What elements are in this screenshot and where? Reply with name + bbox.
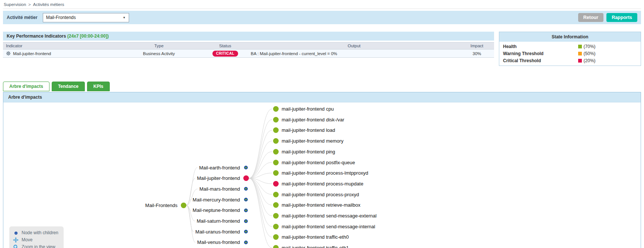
tab-arbre-d-impacts[interactable]: Arbre d'impacts bbox=[3, 82, 49, 91]
activity-select[interactable]: Mail-Frontends ▼ bbox=[43, 13, 129, 22]
tree-node-label: mail-jupiter-frontend disk-/var bbox=[282, 117, 344, 123]
tree-node-label: Mail-mars-frontend bbox=[199, 186, 240, 192]
breadcrumb-item-activites-metiers[interactable]: Activités métiers bbox=[33, 2, 64, 7]
node-with-children-dot bbox=[243, 185, 249, 192]
breadcrumb: Supervision>Activités métiers bbox=[3, 0, 641, 9]
node-dot-ok bbox=[272, 245, 279, 248]
tree-legend: Node with childrenMoveZoom in the view bbox=[9, 226, 64, 248]
tree-node-mail-jupiter-frontend-cpu[interactable]: mail-jupiter-frontend cpu bbox=[272, 106, 334, 112]
node-dot-ok bbox=[272, 159, 279, 166]
node-dot-critical bbox=[243, 175, 249, 182]
tree-node-mail-jupiter-frontend-disk-var[interactable]: mail-jupiter-frontend disk-/var bbox=[272, 116, 344, 123]
tree-node-label: mail-jupiter-frontend load bbox=[282, 127, 335, 133]
node-dot-ok bbox=[272, 138, 279, 144]
node-dot-ok bbox=[272, 234, 279, 241]
tree-node-mail-earth-frontend[interactable]: Mail-earth-frontend bbox=[199, 164, 249, 171]
kpi-title-text: Key Performance Indicators bbox=[7, 34, 66, 39]
tree-node-mail-saturn-frontend[interactable]: Mail-saturn-frontend bbox=[197, 218, 249, 225]
state-label: Warning Threshold bbox=[503, 51, 578, 56]
tree-node-mail-jupiter-frontend-send-message-external[interactable]: mail-jupiter-frontend send-message-exter… bbox=[272, 213, 377, 219]
legend-label: Zoom in the view bbox=[22, 244, 55, 248]
tree-node-label: Mail-uranus-frontend bbox=[195, 229, 240, 235]
node-with-children-icon bbox=[13, 232, 19, 235]
page: Supervision>Activités métiers Activité m… bbox=[3, 0, 641, 248]
move-icon bbox=[13, 237, 19, 243]
kpi-output: BA : Mail-jupiter-frontend - current_lev… bbox=[249, 50, 460, 58]
zoom-icon bbox=[13, 244, 19, 248]
node-with-children-dot bbox=[243, 196, 249, 203]
state-percent: (20%) bbox=[584, 58, 596, 63]
breadcrumb-separator: > bbox=[28, 2, 31, 7]
kpi-impact: 30% bbox=[460, 50, 494, 58]
state-information-panel: State Information Health(70%)Warning Thr… bbox=[499, 32, 641, 66]
retour-button[interactable]: Retour bbox=[578, 13, 603, 22]
activity-label: Activité métier bbox=[7, 15, 38, 20]
state-value: (20%) bbox=[578, 58, 596, 63]
tree-node-mail-jupiter-frontend-memory[interactable]: mail-jupiter-frontend memory bbox=[272, 138, 343, 144]
tree-node-mail-jupiter-frontend-traffic-eth1[interactable]: mail-jupiter-frontend traffic-eth1 bbox=[272, 245, 349, 248]
toolbar-buttons: Retour Rapports bbox=[578, 13, 637, 22]
kpi-row: Mail-jupiter-frontendBusiness ActivityCR… bbox=[3, 50, 494, 58]
tree-node-label: mail-jupiter-frontend traffic-eth1 bbox=[282, 245, 349, 248]
breadcrumb-item-supervision[interactable]: Supervision bbox=[4, 2, 26, 7]
tree-node-label: mail-jupiter-frontend send-message-inter… bbox=[282, 224, 375, 229]
kpi-column-indicator: Indicator bbox=[3, 42, 116, 50]
node-dot-ok bbox=[272, 106, 279, 112]
tree-node-label: mail-jupiter-frontend send-message-exter… bbox=[282, 213, 377, 219]
tree-node-mail-neptune-frontend[interactable]: Mail-neptune-frontend bbox=[193, 207, 249, 214]
tree-node-label: Mail-earth-frontend bbox=[199, 165, 240, 171]
tree-node-label: Mail-neptune-frontend bbox=[193, 207, 240, 213]
main-row: Key Performance Indicators (24x7 [00:00-… bbox=[3, 32, 641, 66]
tree-node-mail-mars-frontend[interactable]: Mail-mars-frontend bbox=[199, 185, 249, 192]
state-row-warning-threshold: Warning Threshold(50%) bbox=[499, 50, 641, 57]
tree-node-label: mail-jupiter-frontend memory bbox=[282, 138, 343, 144]
node-dot-ok bbox=[272, 127, 279, 134]
node-with-children-dot bbox=[243, 228, 249, 235]
tree-node-mail-jupiter-frontend[interactable]: Mail-jupiter-frontend bbox=[197, 175, 249, 182]
tree-node-label: Mail-Frontends bbox=[145, 203, 177, 208]
kpi-indicator-link[interactable]: Mail-jupiter-frontend bbox=[13, 51, 51, 56]
tree-node-mail-venus-frontend[interactable]: Mail-venus-frontend bbox=[197, 239, 249, 246]
state-value: (70%) bbox=[578, 44, 596, 49]
kpi-title: Key Performance Indicators (24x7 [00:00-… bbox=[3, 32, 494, 41]
tree-node-label: Mail-jupiter-frontend bbox=[197, 175, 240, 181]
legend-item-zoom-in-the-view: Zoom in the view bbox=[13, 244, 58, 248]
node-with-children-dot bbox=[243, 218, 249, 225]
tree-node-mail-jupiter-frontend-ping[interactable]: mail-jupiter-frontend ping bbox=[272, 148, 335, 155]
kpi-schedule: (24x7 [00:00-24:00]) bbox=[67, 34, 109, 39]
tree-node-label: mail-jupiter-frontend process-proxyd bbox=[282, 192, 359, 197]
tree-node-mail-jupiter-frontend-load[interactable]: mail-jupiter-frontend load bbox=[272, 127, 335, 134]
tree-node-mail-jupiter-frontend-postfix-queue[interactable]: mail-jupiter-frontend postfix-queue bbox=[272, 159, 355, 166]
node-dot-ok bbox=[272, 213, 279, 219]
node-dot-ok bbox=[272, 170, 279, 177]
toolbar: Activité métier Mail-Frontends ▼ Retour … bbox=[3, 11, 641, 24]
tree-node-mail-frontends[interactable]: Mail-Frontends bbox=[145, 202, 187, 209]
legend-item-move: Move bbox=[13, 236, 58, 244]
tab-tendance[interactable]: Tendance bbox=[52, 82, 85, 91]
tree-node-mail-jupiter-frontend-process-lmtpproxyd[interactable]: mail-jupiter-frontend process-lmtpproxyd bbox=[272, 170, 368, 177]
caret-down-icon: ▼ bbox=[123, 16, 126, 19]
rapports-button[interactable]: Rapports bbox=[606, 13, 637, 22]
tree-node-label: Mail-saturn-frontend bbox=[197, 218, 240, 224]
tree-node-mail-jupiter-frontend-process-mupdate[interactable]: mail-jupiter-frontend process-mupdate bbox=[272, 180, 363, 187]
tab-kpis[interactable]: KPIs bbox=[87, 82, 110, 91]
tree-node-mail-mercury-frontend[interactable]: Mail-mercury-frontend bbox=[193, 196, 249, 203]
tree-node-mail-jupiter-frontend-retrieve-mailbox[interactable]: mail-jupiter-frontend retrieve-mailbox bbox=[272, 202, 361, 209]
node-dot-ok bbox=[272, 202, 279, 209]
impact-tree[interactable]: Node with childrenMoveZoom in the view M… bbox=[3, 102, 641, 248]
tree-node-label: mail-jupiter-frontend cpu bbox=[282, 106, 334, 112]
kpi-section: Key Performance Indicators (24x7 [00:00-… bbox=[3, 32, 494, 58]
status-badge: CRITICAL bbox=[212, 51, 238, 57]
tree-node-label: mail-jupiter-frontend ping bbox=[282, 149, 335, 155]
tree-node-mail-jupiter-frontend-process-proxyd[interactable]: mail-jupiter-frontend process-proxyd bbox=[272, 191, 359, 198]
tree-node-mail-jupiter-frontend-send-message-internal[interactable]: mail-jupiter-frontend send-message-inter… bbox=[272, 223, 375, 230]
tree-panel-title: Arbre d'impacts bbox=[3, 92, 641, 102]
node-dot-critical bbox=[272, 180, 279, 187]
tree-node-mail-uranus-frontend[interactable]: Mail-uranus-frontend bbox=[195, 228, 249, 235]
state-label: Health bbox=[503, 44, 578, 49]
tabs: Arbre d'impactsTendanceKPIs bbox=[3, 82, 641, 92]
legend-label: Move bbox=[22, 236, 32, 244]
tree-node-label: mail-jupiter-frontend traffic-eth0 bbox=[282, 234, 349, 240]
tree-node-mail-jupiter-frontend-traffic-eth0[interactable]: mail-jupiter-frontend traffic-eth0 bbox=[272, 234, 349, 241]
state-color-swatch bbox=[578, 52, 582, 55]
